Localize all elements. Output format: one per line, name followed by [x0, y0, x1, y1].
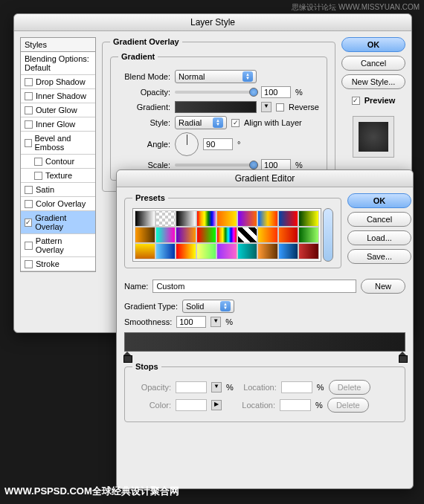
stop-color-location-input[interactable]	[280, 399, 311, 411]
preset-swatch[interactable]	[216, 243, 237, 259]
style-checkbox[interactable]	[25, 139, 32, 147]
watermark-bottom: WWW.PSPSD.COM全球经典设计聚合网	[4, 485, 179, 498]
preset-swatch[interactable]	[135, 243, 155, 259]
load-button[interactable]: Load...	[347, 230, 411, 245]
style-item[interactable]: Satin	[21, 183, 95, 197]
gradient-dropdown-icon[interactable]: ▼	[261, 102, 272, 112]
style-item[interactable]: Pattern Overlay	[21, 234, 95, 257]
stops-group: Stops Opacity: ▼ % Location: % Delete Co…	[124, 362, 405, 422]
style-checkbox[interactable]	[25, 92, 33, 100]
stop-color-input[interactable]	[176, 399, 207, 411]
smoothness-dropdown-icon[interactable]: ▼	[211, 317, 221, 327]
styles-header[interactable]: Styles	[20, 37, 96, 52]
preset-swatch[interactable]	[237, 243, 258, 259]
delete-opacity-stop-button[interactable]: Delete	[329, 380, 370, 395]
style-checkbox[interactable]	[25, 242, 33, 250]
reverse-checkbox[interactable]	[276, 103, 284, 112]
style-checkbox[interactable]	[25, 106, 33, 114]
ok-button[interactable]: OK	[341, 37, 405, 52]
gradient-type-select[interactable]: Solid ▲▼	[182, 300, 234, 313]
new-gradient-button[interactable]: New	[361, 279, 405, 294]
gradient-editor-dialog: Gradient Editor Presets OK Cancel Load..…	[116, 169, 414, 489]
style-item[interactable]: ✓Gradient Overlay	[21, 211, 95, 234]
preset-swatch[interactable]	[155, 243, 176, 259]
preset-swatch[interactable]	[155, 227, 176, 243]
blend-mode-select[interactable]: Normal ▲▼	[175, 70, 257, 83]
preset-swatch[interactable]	[176, 243, 196, 259]
style-item[interactable]: Drop Shadow	[21, 75, 95, 89]
gradient-bar[interactable]	[124, 332, 405, 352]
preset-swatch[interactable]	[257, 243, 278, 259]
delete-color-stop-button[interactable]: Delete	[327, 398, 369, 413]
preset-swatch[interactable]	[298, 243, 319, 259]
watermark-top: 思缘设计论坛 WWW.MISSYUAN.COM	[292, 2, 420, 13]
gradient-swatch[interactable]	[175, 101, 257, 113]
style-item[interactable]: Inner Glow	[21, 117, 95, 132]
preset-swatch[interactable]	[176, 210, 196, 227]
style-checkbox[interactable]	[25, 78, 33, 86]
preset-swatch[interactable]	[257, 227, 278, 243]
style-item[interactable]: Texture	[21, 169, 95, 183]
preset-swatch[interactable]	[196, 243, 217, 259]
preset-swatch[interactable]	[216, 227, 237, 243]
styles-panel: Styles Blending Options: DefaultDrop Sha…	[20, 37, 96, 272]
style-item[interactable]: Stroke	[21, 257, 95, 271]
gradient-overlay-group: Gradient Overlay Gradient Blend Mode: No…	[102, 37, 335, 192]
angle-input[interactable]	[203, 138, 233, 150]
preset-swatch[interactable]	[196, 227, 217, 243]
preset-swatch[interactable]	[278, 210, 299, 227]
preset-swatch[interactable]	[216, 210, 237, 227]
stop-opacity-input[interactable]	[176, 381, 207, 393]
style-select[interactable]: Radial ▲▼	[175, 116, 227, 129]
dropdown-arrows-icon: ▲▼	[220, 301, 231, 311]
preset-swatch[interactable]	[237, 227, 258, 243]
style-checkbox[interactable]	[25, 120, 33, 129]
style-item[interactable]: Bevel and Emboss	[21, 132, 95, 155]
opacity-slider[interactable]	[175, 91, 257, 94]
preset-swatch[interactable]	[278, 227, 299, 243]
preset-swatch[interactable]	[176, 227, 196, 243]
cancel-button[interactable]: Cancel	[341, 56, 405, 71]
preset-swatch[interactable]	[298, 227, 319, 243]
style-checkbox[interactable]	[25, 200, 33, 208]
preset-swatch[interactable]	[298, 210, 319, 227]
preset-swatch[interactable]	[135, 227, 155, 243]
style-item[interactable]: Outer Glow	[21, 103, 95, 117]
preset-swatch[interactable]	[135, 210, 155, 227]
preset-swatch[interactable]	[155, 210, 176, 227]
dropdown-arrows-icon: ▲▼	[213, 117, 223, 128]
preset-swatch[interactable]	[257, 210, 278, 227]
preset-swatch[interactable]	[237, 210, 258, 227]
save-button[interactable]: Save...	[347, 249, 411, 264]
style-checkbox[interactable]	[25, 260, 33, 268]
opacity-input[interactable]	[261, 86, 291, 98]
preset-swatch[interactable]	[278, 243, 299, 259]
presets-grid	[132, 208, 321, 262]
section-legend: Gradient Overlay	[110, 37, 182, 46]
preview-checkbox[interactable]: ✓	[352, 97, 360, 105]
style-item[interactable]: Contour	[21, 155, 95, 169]
style-item[interactable]: Color Overlay	[21, 197, 95, 211]
scale-slider[interactable]	[175, 164, 257, 167]
style-item[interactable]: Blending Options: Default	[21, 52, 95, 75]
align-checkbox[interactable]: ✓	[231, 119, 240, 127]
angle-dial[interactable]	[175, 132, 199, 156]
style-checkbox[interactable]	[25, 186, 33, 194]
ge-ok-button[interactable]: OK	[347, 193, 411, 208]
color-stop[interactable]	[399, 352, 406, 361]
color-stop[interactable]	[123, 352, 131, 361]
ge-cancel-button[interactable]: Cancel	[347, 212, 411, 227]
style-checkbox[interactable]	[34, 158, 42, 166]
gradient-editor-title: Gradient Editor	[117, 170, 413, 187]
style-item[interactable]: Inner Shadow	[21, 89, 95, 103]
smoothness-input[interactable]	[176, 316, 206, 328]
gradient-name-input[interactable]	[152, 280, 356, 293]
presets-scrollbar[interactable]	[323, 208, 333, 262]
stop-location-input[interactable]	[281, 381, 312, 393]
style-checkbox[interactable]: ✓	[25, 219, 32, 227]
preset-swatch[interactable]	[196, 210, 217, 227]
presets-group: Presets	[124, 193, 341, 268]
gradient-group: Gradient Blend Mode: Normal ▲▼ Opacity: …	[110, 52, 327, 181]
style-checkbox[interactable]	[34, 172, 42, 180]
new-style-button[interactable]: New Style...	[341, 74, 405, 89]
